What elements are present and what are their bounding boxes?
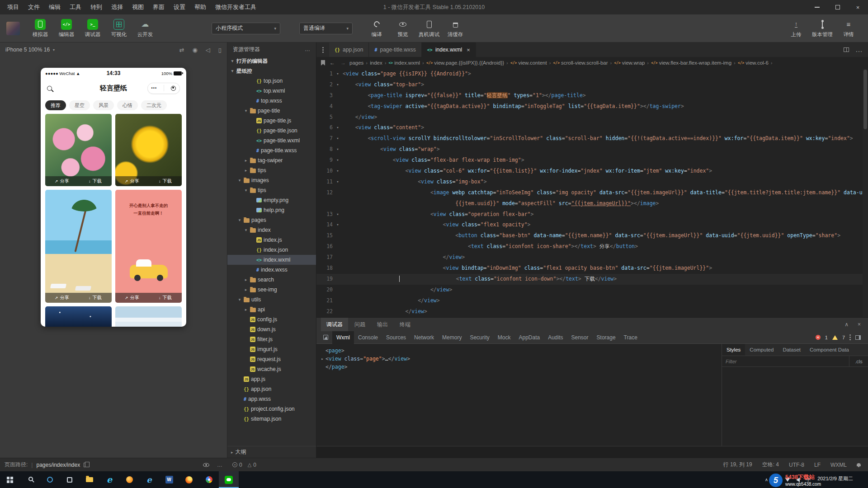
tree-item[interactable]: #app.wxss bbox=[227, 394, 316, 404]
category-tab[interactable]: 星空 bbox=[69, 100, 90, 110]
toolbar-button[interactable]: ≡详情 bbox=[835, 19, 862, 38]
devtools-tab[interactable]: Memory bbox=[438, 331, 466, 344]
toolbar-button[interactable]: 清缓存 bbox=[442, 19, 468, 38]
toolbar-button[interactable]: ☁云开发 bbox=[132, 19, 158, 38]
fold-icon[interactable]: ▾ bbox=[333, 166, 343, 177]
tree-item[interactable]: JSconfig.js bbox=[227, 314, 316, 324]
code-line[interactable]: 15 <button class="base-btn" data-name="{… bbox=[316, 230, 868, 241]
code-line[interactable]: 19 <text class="iconfont icon-down"></te… bbox=[316, 274, 868, 285]
scrollbar-thumb[interactable] bbox=[863, 70, 867, 129]
tree-item[interactable]: help.png bbox=[227, 205, 316, 215]
search-icon[interactable] bbox=[47, 86, 52, 91]
category-tab[interactable]: 推荐 bbox=[45, 100, 66, 110]
category-tab[interactable]: 心情 bbox=[117, 100, 138, 110]
code-line[interactable]: 7▾ <scroll-view scrollY bindscrolltolowe… bbox=[316, 133, 868, 144]
code-line[interactable]: 6▾ <view class="content"> bbox=[316, 122, 868, 133]
user-avatar[interactable] bbox=[6, 22, 20, 35]
devtools-tab[interactable]: Security bbox=[466, 331, 493, 344]
taskbar-app-edge-icon[interactable]: e bbox=[99, 471, 119, 488]
taskbar-app-firefox-icon[interactable] bbox=[179, 471, 199, 488]
taskbar-app-ie-icon[interactable]: e bbox=[139, 471, 159, 488]
toolbar-button[interactable]: </>编辑器 bbox=[53, 19, 80, 38]
toolbar-button[interactable]: 可视化 bbox=[106, 19, 132, 38]
fold-icon[interactable]: ▾ bbox=[333, 133, 343, 144]
code-line[interactable]: 5 </view> bbox=[316, 112, 868, 123]
taskbar-app-cortana-icon[interactable] bbox=[40, 471, 60, 488]
cursor-position[interactable]: 行 19, 列 19 bbox=[723, 461, 752, 469]
tree-item[interactable]: JSimgurl.js bbox=[227, 344, 316, 354]
code-line[interactable]: 4 <tag-swiper active="{{tagData.active}}… bbox=[316, 101, 868, 112]
code-line[interactable]: 2▾ <view class="top-bar"> bbox=[316, 80, 868, 90]
fold-icon[interactable]: ▾ bbox=[333, 209, 343, 220]
category-tab[interactable]: 二次元 bbox=[141, 100, 167, 110]
code-line[interactable]: 16 <text class="iconfont icon-share"></t… bbox=[316, 241, 868, 252]
dock-side-icon[interactable] bbox=[855, 335, 861, 340]
inspect-element-icon[interactable] bbox=[323, 335, 328, 340]
breadcrumb-item[interactable]: </>view.col-6 bbox=[738, 60, 769, 66]
download-button[interactable]: ↓下载 bbox=[79, 176, 112, 186]
tree-item[interactable]: {}index.json bbox=[227, 245, 316, 255]
notifications-bell-icon[interactable] bbox=[857, 463, 861, 466]
taskbar-clock[interactable]: 2021/2/9 星期二 bbox=[816, 476, 858, 483]
more-icon[interactable]: … bbox=[217, 462, 222, 468]
tree-item[interactable]: ▾tips bbox=[227, 185, 316, 195]
tree-item[interactable]: ▾images bbox=[227, 175, 316, 185]
code-line[interactable]: 17 </view> bbox=[316, 252, 868, 263]
tree-item[interactable]: <>index.wxml bbox=[227, 255, 316, 265]
category-tab[interactable]: 风景 bbox=[93, 100, 114, 110]
debugger-panel-tab[interactable]: 终端 bbox=[394, 318, 416, 331]
styles-tab[interactable]: Styles bbox=[722, 344, 745, 356]
minimize-button[interactable] bbox=[807, 0, 827, 14]
menubar-item[interactable]: 项目 bbox=[3, 0, 24, 14]
tree-item[interactable]: ▾page-title bbox=[227, 106, 316, 116]
taskbar-app-wxdev-icon[interactable] bbox=[219, 471, 239, 488]
code-line[interactable]: 18 <view bindtap="inDownImg" class="flex… bbox=[316, 263, 868, 274]
code-line[interactable]: 13▾ <view class="operation flex-bar"> bbox=[316, 209, 868, 220]
indent-setting[interactable]: 空格: 4 bbox=[762, 461, 779, 469]
code-line[interactable]: 10▾ <view class="col-6" wx:for="{{item.l… bbox=[316, 166, 868, 177]
toolbar-button[interactable]: 真机调试 bbox=[416, 19, 442, 38]
wallpaper-card[interactable] bbox=[45, 306, 112, 327]
tree-item[interactable]: {}sitemap.json bbox=[227, 414, 316, 424]
share-button[interactable]: ↗分享 bbox=[115, 176, 149, 186]
tray-chevron-icon[interactable]: ∧ bbox=[765, 477, 768, 482]
code-line[interactable]: 8▾ <view class="wrap"> bbox=[316, 144, 868, 155]
fold-icon[interactable]: ▾ bbox=[333, 80, 343, 90]
close-icon[interactable]: × bbox=[858, 321, 861, 328]
debugger-panel-tab[interactable]: 问题 bbox=[349, 318, 371, 331]
fold-icon[interactable]: ▾ bbox=[333, 122, 343, 133]
fold-icon[interactable]: ▾ bbox=[333, 69, 343, 80]
dom-tree-row[interactable]: <page> bbox=[316, 347, 722, 355]
menubar-item[interactable]: 设置 bbox=[169, 0, 190, 14]
menubar-item[interactable]: 帮助 bbox=[190, 0, 211, 14]
styles-tab[interactable]: Component Data bbox=[805, 344, 854, 356]
taskbar-app-folder-icon[interactable] bbox=[80, 471, 99, 488]
collapse-icon[interactable]: ∧ bbox=[844, 321, 849, 328]
share-button[interactable]: ↗分享 bbox=[45, 293, 79, 303]
devtools-tab[interactable]: Sources bbox=[382, 331, 410, 344]
menubar-item[interactable]: 视图 bbox=[127, 0, 148, 14]
back-icon[interactable]: ← bbox=[330, 60, 335, 66]
devtools-tab[interactable]: Trace bbox=[620, 331, 642, 344]
menubar-item[interactable]: 选择 bbox=[107, 0, 127, 14]
debugger-panel-tab[interactable]: 输出 bbox=[372, 318, 393, 331]
taskbar-app-orange-icon[interactable] bbox=[119, 471, 139, 488]
tree-item[interactable]: <>top.wxml bbox=[227, 86, 316, 96]
tree-item[interactable]: ▸search bbox=[227, 275, 316, 285]
tree-item[interactable]: JSrequest.js bbox=[227, 354, 316, 364]
breadcrumb-item[interactable]: </>scroll-view.scroll-bar bbox=[553, 60, 608, 66]
share-button[interactable]: ↗分享 bbox=[45, 176, 79, 186]
menubar-item[interactable]: 界面 bbox=[148, 0, 169, 14]
mode-select[interactable]: 小程序模式▾ bbox=[212, 23, 280, 34]
menubar-item[interactable]: 编辑 bbox=[44, 0, 65, 14]
download-button[interactable]: ↓下载 bbox=[149, 293, 182, 303]
taskbar-app-start-icon[interactable] bbox=[0, 471, 20, 488]
tree-item[interactable]: empty.png bbox=[227, 195, 316, 205]
editor-scrollbar[interactable] bbox=[863, 69, 868, 317]
split-editor-icon[interactable] bbox=[844, 47, 849, 52]
forward-icon[interactable]: → bbox=[340, 60, 346, 66]
tree-item[interactable]: <>page-title.wxml bbox=[227, 136, 316, 145]
close-button[interactable]: × bbox=[848, 0, 868, 14]
compile-mode-select[interactable]: 普通编译▾ bbox=[299, 23, 353, 34]
fold-icon[interactable]: ▾ bbox=[333, 177, 343, 188]
